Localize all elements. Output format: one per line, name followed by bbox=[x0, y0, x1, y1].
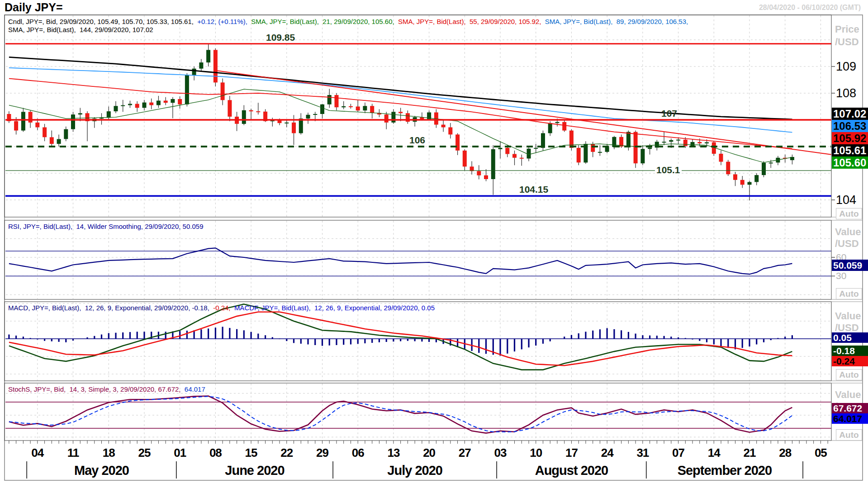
macd-axis-badge: 0.05 bbox=[832, 332, 868, 343]
rsi-axis-title-unit: /USD bbox=[835, 238, 859, 250]
rsi-auto-scale-button[interactable]: Auto bbox=[836, 288, 862, 299]
x-axis-day-label: 21 bbox=[740, 446, 759, 460]
x-axis-day-label: 07 bbox=[669, 446, 688, 460]
x-axis-day-label: 11 bbox=[63, 446, 83, 460]
rsi-axis-badge: 50.059 bbox=[832, 260, 868, 271]
x-axis-day-label: 20 bbox=[419, 446, 439, 460]
x-axis-day-label: 13 bbox=[384, 446, 403, 460]
price-axis-tick: 109 bbox=[836, 60, 856, 74]
x-axis-day-label: 06 bbox=[348, 446, 368, 460]
price-axis-title-unit: /USD bbox=[835, 36, 859, 48]
x-axis-day-label: 14 bbox=[704, 446, 724, 460]
stoch-auto-scale-button[interactable]: Auto bbox=[836, 429, 862, 441]
rsi-legend: RSI, JPY=, Bid(Last), 14, Wilder Smoothi… bbox=[8, 223, 204, 231]
price-axis-badge: 107.02 bbox=[832, 108, 868, 120]
macd-axis-title: Value bbox=[835, 310, 861, 322]
stoch-axis-badge: 64.017 bbox=[832, 413, 868, 424]
x-axis-day-label: 03 bbox=[490, 446, 510, 460]
price-auto-scale-button[interactable]: Auto bbox=[836, 208, 862, 219]
legend-segment: StochS, JPY=, Bid, 14, 3, Simple, 3, 29/… bbox=[8, 385, 185, 393]
x-axis-day-label: 22 bbox=[277, 446, 297, 460]
price-legend-line2: SMA, JPY=, Bid(Last), 144, 29/09/2020, 1… bbox=[8, 26, 153, 34]
legend-segment: MACD, JPY=, Bid(Last), 12, 26, 9, Expone… bbox=[8, 304, 213, 312]
price-axis-title: Price bbox=[835, 24, 859, 35]
price-axis-tick: 104 bbox=[836, 193, 856, 207]
x-axis-day-label: 28 bbox=[775, 446, 795, 460]
macd-axis-badge: -0.18 bbox=[832, 346, 868, 356]
x-axis-day-label: 04 bbox=[28, 446, 47, 460]
x-axis-day-label: 17 bbox=[561, 446, 581, 460]
legend-segment: SMA, JPY=, Bid(Last), 89, 29/09/2020, 10… bbox=[545, 18, 688, 25]
level-label-104.15: 104.15 bbox=[519, 184, 548, 195]
x-axis-month-label: June 2020 bbox=[164, 463, 345, 478]
stoch-axis-title: Value bbox=[835, 389, 861, 401]
x-axis-day-label: 18 bbox=[99, 446, 119, 460]
x-axis-day-label: 15 bbox=[241, 446, 261, 460]
stoch-axis-badge: 67.672 bbox=[832, 403, 868, 413]
legend-segment: SMA, JPY=, Bid(Last), 55, 29/09/2020, 10… bbox=[398, 18, 545, 25]
price-legend-line1: Cndl, JPY=, Bid, 29/09/2020, 105.49, 105… bbox=[8, 18, 688, 26]
macd-auto-scale-button[interactable]: Auto bbox=[836, 369, 862, 380]
x-axis-day-label: 27 bbox=[455, 446, 474, 460]
legend-segment: RSI, JPY=, Bid(Last), 14, Wilder Smoothi… bbox=[8, 223, 204, 230]
legend-segment: Cndl, JPY=, Bid, 29/09/2020, 105.49, 105… bbox=[8, 18, 197, 25]
x-axis-month-label: September 2020 bbox=[634, 463, 815, 478]
x-axis-day-label: 05 bbox=[811, 446, 830, 460]
rsi-axis-title: Value bbox=[835, 226, 861, 238]
x-axis-day-label: 29 bbox=[312, 446, 332, 460]
price-axis-badge: 105.92 bbox=[832, 132, 868, 144]
chart-window: Daily JPY= 28/04/2020 - 06/10/2020 (GMT)… bbox=[0, 0, 868, 488]
chart-canvas[interactable] bbox=[0, 0, 868, 488]
price-axis-badge: 105.60 bbox=[832, 156, 868, 169]
legend-segment: SMA, JPY=, Bid(Last), 21, 29/09/2020, 10… bbox=[251, 18, 398, 25]
x-axis-month-label: July 2020 bbox=[324, 463, 505, 478]
level-label-105.1: 105.1 bbox=[655, 165, 682, 175]
x-axis-day-label: 24 bbox=[597, 446, 617, 460]
rsi-axis-tick: 30 bbox=[836, 270, 846, 281]
x-axis-day-label: 01 bbox=[170, 446, 190, 460]
legend-segment: 64.017 bbox=[185, 385, 205, 393]
price-axis-badge: 106.53 bbox=[832, 120, 868, 132]
x-axis-day-label: 25 bbox=[134, 446, 154, 460]
x-axis-day-label: 08 bbox=[205, 446, 225, 460]
legend-segment: +0.12, (+0.11%), bbox=[197, 18, 251, 25]
stoch-legend: StochS, JPY=, Bid, 14, 3, Simple, 3, 29/… bbox=[8, 385, 205, 393]
legend-segment: MACDF, JPY=, Bid(Last), 12, 26, 9, Expon… bbox=[234, 304, 435, 312]
level-label-106: 106 bbox=[409, 135, 425, 146]
x-axis-day-label: 31 bbox=[633, 446, 653, 460]
level-label-107: 107 bbox=[661, 108, 677, 119]
macd-axis-badge: -0.24 bbox=[832, 356, 868, 366]
legend-segment: -0.24, bbox=[213, 304, 234, 312]
price-axis-badge: 105.61 bbox=[832, 144, 868, 156]
price-axis-tick: 108 bbox=[836, 86, 856, 100]
legend-segment: SMA, JPY=, Bid(Last), 144, 29/09/2020, 1… bbox=[8, 26, 153, 33]
x-axis-day-label: 10 bbox=[526, 446, 546, 460]
macd-legend: MACD, JPY=, Bid(Last), 12, 26, 9, Expone… bbox=[8, 304, 435, 312]
level-label-109.85: 109.85 bbox=[266, 32, 295, 43]
